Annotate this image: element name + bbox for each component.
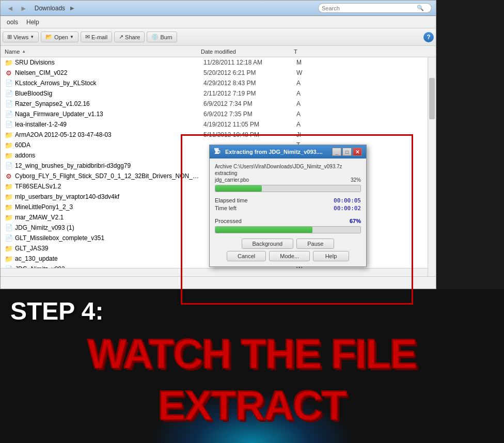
file-icon: 📄 xyxy=(5,79,13,87)
file-name: Cyborg_FLY_5_Flight_Stick_SD7_0_1_12_32B… xyxy=(15,172,203,180)
email-button[interactable]: ✉ E-mail xyxy=(81,31,112,42)
col-date-header[interactable]: Date modified xyxy=(201,49,294,55)
close-button[interactable]: ✕ xyxy=(353,148,362,156)
table-row[interactable]: 📄Razer_Synapse2_v1.02.166/9/2012 7:34 PM… xyxy=(1,99,436,109)
file-date: 5/20/2012 6:21 PM xyxy=(203,69,296,76)
file-name: MineLittlePony1_2_3 xyxy=(15,203,203,211)
folder-icon: 📁 xyxy=(5,193,13,201)
maximize-button[interactable]: □ xyxy=(342,148,352,156)
file-icon: 📄 xyxy=(5,89,13,98)
file-name: BlueBloodSig xyxy=(15,90,203,97)
folder-icon: 📁 xyxy=(5,182,13,191)
nav-arrow-forward[interactable]: ► xyxy=(18,3,29,13)
file-progress-fill xyxy=(215,185,262,192)
cancel-button[interactable]: Cancel xyxy=(227,251,266,261)
help-button[interactable]: ? xyxy=(423,32,434,42)
table-row[interactable]: 📄Naga_Firmware_Updater_v1.136/9/2012 7:3… xyxy=(1,109,436,119)
search-input[interactable] xyxy=(322,5,415,11)
scrollbar-thumb[interactable] xyxy=(429,78,435,119)
file-name: Nielsen_CIM_v022 xyxy=(15,69,203,76)
menu-item-help[interactable]: Help xyxy=(22,18,43,27)
nav-arrow-back[interactable]: ◄ xyxy=(5,3,16,13)
help-dialog-button[interactable]: Help xyxy=(313,251,349,261)
folder-icon: 📁 xyxy=(5,213,13,222)
file-icon: 📄 xyxy=(5,100,13,108)
time-left-label: Time left xyxy=(215,205,237,212)
elapsed-time-label: Elapsed time xyxy=(215,197,248,204)
time-left-value: 00:00:02 xyxy=(334,205,361,212)
share-icon: ↗ xyxy=(119,34,123,40)
table-row[interactable]: ⚙Nielsen_CIM_v0225/20/2012 6:21 PMW xyxy=(1,68,436,78)
email-icon: ✉ xyxy=(85,34,90,40)
title-bar-content: ◄ ► Downloads ▶ xyxy=(5,3,318,13)
dialog-filename-text: jdg_carrier.pbo xyxy=(215,177,249,183)
mode-button[interactable]: Mode... xyxy=(269,251,310,261)
file-name: JDG_Nimitz_v093 (1) xyxy=(15,224,203,231)
file-name: SRU Divisions xyxy=(15,59,203,66)
file-icon: 📄 xyxy=(5,162,13,170)
file-icon: 📄 xyxy=(5,234,13,242)
background-button[interactable]: Background xyxy=(242,239,294,249)
elapsed-time-row: Elapsed time 00:00:05 xyxy=(215,197,361,204)
title-bar: ◄ ► Downloads ▶ 🔍 xyxy=(1,1,436,16)
open-arrow: ▼ xyxy=(70,35,74,39)
file-name: ArmA2OA 2012-05-12 03-47-48-03 xyxy=(15,131,203,138)
file-name: TF86SEALSv1.2 xyxy=(15,183,203,190)
file-type: A xyxy=(296,90,432,97)
search-box[interactable]: 🔍 xyxy=(318,3,432,13)
file-name: mar_2MAW_V2.1 xyxy=(15,214,203,221)
folder-icon: 📁 xyxy=(5,151,13,160)
search-icon: 🔍 xyxy=(417,5,424,11)
dialog-title-bar: 🗜 Extracting from JDG_Nimitz_v093.... _ … xyxy=(210,145,366,159)
file-name: 60DA xyxy=(15,141,203,149)
scrollbar-horizontal[interactable] xyxy=(1,268,428,276)
menu-item-tools[interactable]: ools xyxy=(3,18,22,27)
file-date: 6/9/2012 7:34 PM xyxy=(203,100,296,107)
file-date: 4/29/2012 8:43 PM xyxy=(203,80,296,87)
processed-progress-fill xyxy=(215,227,312,233)
time-left-row: Time left 00:00:02 xyxy=(215,205,361,212)
share-button[interactable]: ↗ Share xyxy=(114,31,145,42)
table-row[interactable]: 📁ArmA2OA 2012-05-12 03-47-48-035/11/2012… xyxy=(1,130,436,140)
exe-icon: ⚙ xyxy=(5,172,13,180)
views-button[interactable]: ⊞ Views ▼ xyxy=(3,31,39,42)
file-type: M xyxy=(296,59,432,66)
breadcrumb: Downloads xyxy=(32,5,68,12)
folder-icon: 📁 xyxy=(5,203,13,211)
dialog-filename-row: jdg_carrier.pbo 32% xyxy=(215,177,361,183)
file-name: lea-installer-1-2-49 xyxy=(15,121,203,128)
table-row[interactable]: 📄lea-installer-1-2-494/19/2012 11:05 PMA xyxy=(1,119,436,130)
open-button[interactable]: 📂 Open ▼ xyxy=(41,31,78,42)
step-text: STEP 4: xyxy=(10,297,104,325)
file-type: A xyxy=(296,80,432,87)
file-progress-bar xyxy=(215,185,361,192)
views-arrow: ▼ xyxy=(30,35,34,39)
pause-button[interactable]: Pause xyxy=(296,239,334,249)
dialog-content: Archive C:\Users\Viral\Downloads\JDG_Nim… xyxy=(210,159,366,266)
dialog-archive-path: Archive C:\Users\Viral\Downloads\JDG_Nim… xyxy=(215,164,361,169)
dialog-extracting-label: extracting xyxy=(215,170,361,176)
file-name: Razer_Synapse2_v1.02.16 xyxy=(15,100,203,107)
dialog-icon: 🗜 xyxy=(214,148,222,156)
file-date: 11/28/2011 12:18 AM xyxy=(203,59,296,66)
burn-button[interactable]: 💿 Burn xyxy=(147,31,177,42)
processed-progress-bar xyxy=(215,226,361,233)
minimize-button[interactable]: _ xyxy=(332,148,341,156)
watch-text: WATCH THE FILE xyxy=(0,330,504,378)
file-type: W xyxy=(296,69,432,76)
table-row[interactable]: 📄BlueBloodSig2/11/2012 7:19 PMA xyxy=(1,88,436,99)
table-row[interactable]: 📄KLstock_Arrows_by_KLStock4/29/2012 8:43… xyxy=(1,78,436,88)
scrollbar-vertical[interactable] xyxy=(428,57,436,276)
file-date: 2/11/2012 7:19 PM xyxy=(203,90,296,97)
col-name-header[interactable]: Name ▲ xyxy=(5,49,201,55)
column-headers: Name ▲ Date modified T xyxy=(1,46,436,57)
file-type: A xyxy=(296,121,432,128)
folder-icon: 📁 xyxy=(5,255,13,263)
col-type-header[interactable]: T xyxy=(294,49,432,55)
folder-icon: 📁 xyxy=(5,131,13,139)
table-row[interactable]: 📁SRU Divisions11/28/2011 12:18 AMM xyxy=(1,57,436,68)
processed-label: Processed xyxy=(215,218,242,224)
menu-bar: ools Help xyxy=(1,16,436,28)
file-date: 6/9/2012 7:35 PM xyxy=(203,110,296,118)
processed-row: Processed 67% xyxy=(215,218,361,224)
